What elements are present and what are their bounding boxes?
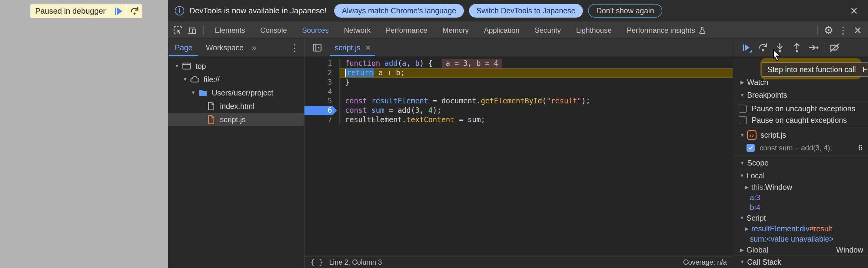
section-breakpoints[interactable]: ▼ Breakpoints [733,89,868,101]
scope-var-a[interactable]: a: 3 [733,192,868,203]
code-token: textContent [406,116,455,124]
debugger-sidebar: Step into next function call - F11 - ⌘ ;… [733,39,868,268]
paused-banner-label: Paused in debugger [31,6,111,16]
disclosure-triangle-icon[interactable]: ▼ [181,77,190,82]
navigator-menu-icon[interactable]: ⋮ [290,42,299,53]
divider [817,26,818,35]
scope-var-b[interactable]: b: 4 [733,203,868,212]
tab-close-icon[interactable]: × [365,42,371,53]
line-number-gutter[interactable]: 7 [305,115,340,125]
dont-show-again-button[interactable]: Don't show again [588,4,662,18]
tab-network[interactable]: Network [336,22,378,38]
toggle-device-toolbar-button[interactable] [185,24,200,37]
code-line-4[interactable]: 4 [305,87,733,96]
paused-in-debugger-banner: Paused in debugger [30,4,143,18]
more-tabs-chevron-icon[interactable]: » [251,42,257,53]
code-token: add [384,59,398,68]
deactivate-breakpoints-button[interactable] [826,41,843,55]
editor-tabbar: script.js × [305,39,733,56]
chevron-right-icon: ▶ [737,80,747,85]
disclosure-triangle-icon[interactable]: ▼ [189,90,198,95]
scope-var-this[interactable]: ▶ this: Window [733,182,868,192]
breakpoint-file-group[interactable]: ▼ ‹› script.js [733,129,868,142]
code-line-7[interactable]: 7resultElement.textContent = sum; [305,115,733,125]
devtools-close-icon[interactable]: × [850,24,865,37]
tab-workspace[interactable]: Workspace [199,39,250,56]
step-over-button[interactable] [127,4,142,18]
line-number-gutter[interactable]: 1 [305,59,340,68]
global-label: Global [746,245,768,255]
chevron-down-icon: ▼ [737,173,746,179]
tab-console[interactable]: Console [253,22,294,38]
tab-application[interactable]: Application [476,22,527,38]
devtools-tabbar: ElementsConsoleSourcesNetworkPerformance… [168,22,868,39]
tree-item-script-js[interactable]: script.js [168,113,304,126]
code-line-6[interactable]: 6const sum = add(3, 4); [305,106,733,115]
tab-elements[interactable]: Elements [207,22,253,38]
disclosure-triangle-icon[interactable]: ▼ [173,63,182,69]
checkbox-unchecked[interactable] [739,116,747,124]
scope-local-group[interactable]: ▼ Local [733,170,868,182]
scope-global-group[interactable]: ▶ Global Window [733,244,868,256]
switch-to-japanese-button[interactable]: Switch DevTools to Japanese [469,4,583,18]
breakpoint-line-marker[interactable]: 6 [305,106,340,115]
tab-performance-insights[interactable]: Performance insights [619,22,714,38]
tab-label: Lighthouse [576,26,611,35]
settings-gear-icon[interactable]: ⚙ [822,24,836,37]
collapse-panel-button[interactable] [310,41,324,54]
line-number-gutter[interactable]: 5 [305,96,340,106]
code-token: a + b; [374,68,405,77]
code-token: = document. [428,97,481,105]
line-number-gutter[interactable]: 3 [305,78,340,87]
code-line-5[interactable]: 5const resultElement = document.getEleme… [305,96,733,106]
tab-lighthouse[interactable]: Lighthouse [568,22,619,38]
step-over-button[interactable] [754,41,771,55]
chevron-right-icon: ▶ [742,226,751,232]
line-number: 5 [328,97,332,105]
pause-uncaught-exceptions-row[interactable]: Pause on uncaught exceptions [733,103,868,115]
inspect-element-button[interactable] [170,24,185,37]
section-scope[interactable]: ▼ Scope [733,156,868,170]
step-button[interactable] [805,41,822,55]
step-into-button[interactable] [771,41,788,55]
line-number-gutter[interactable]: 2 [305,68,340,78]
infobar-close-icon[interactable]: × [846,4,861,17]
line-number-gutter[interactable]: 4 [305,87,340,96]
more-options-menu-icon[interactable]: ⋮ [836,24,850,37]
code-line-1[interactable]: 1function add(a, b) {a = 3, b = 4 [305,59,733,68]
pause-caught-exceptions-row[interactable]: Pause on caught exceptions [733,115,868,126]
line-number: 6 [328,106,332,115]
tab-security[interactable]: Security [527,22,569,38]
pretty-print-icon[interactable]: { } [311,258,323,266]
tree-item-file-[interactable]: ▼file:// [168,73,304,86]
step-into-tooltip: Step into next function call - F11 - ⌘ ; [762,62,868,77]
resume-script-button[interactable] [111,4,126,18]
checkbox-checked[interactable] [746,144,755,152]
device-toolbar-icon [188,26,197,35]
tab-sources[interactable]: Sources [294,22,336,38]
scope-script-group[interactable]: ▼ Script [733,212,868,224]
line-number: 2 [328,68,332,77]
code-token: ( [542,97,546,105]
tree-item-top[interactable]: ▼top [168,59,304,73]
code-line-3[interactable]: 3} [305,78,733,87]
scope-var-resultelement[interactable]: ▶ resultElement: div#result [733,224,868,234]
code-editor[interactable]: 1function add(a, b) {a = 3, b = 42return… [305,56,733,256]
tab-performance[interactable]: Performance [378,22,435,38]
tree-item-index-html[interactable]: index.html [168,99,304,113]
code-line-2[interactable]: 2return a + b; [305,68,733,78]
section-call-stack[interactable]: ▼ Call Stack [733,256,868,268]
tab-memory[interactable]: Memory [435,22,476,38]
step-out-button[interactable] [788,41,805,55]
resume-button[interactable] [737,41,754,55]
checkbox-unchecked[interactable] [739,105,747,113]
chevron-down-icon: ▼ [737,259,747,265]
tree-item-users-user-project[interactable]: ▼Users/user/project [168,86,304,99]
tab-label: Performance [386,26,427,35]
editor-tab-scriptjs[interactable]: script.js × [333,39,372,56]
node-id: #result [809,224,832,233]
always-match-language-button[interactable]: Always match Chrome's language [334,4,464,18]
tab-page[interactable]: Page [168,39,199,56]
breakpoint-entry[interactable]: const sum = add(3, 4); 6 [733,142,868,154]
scope-var-sum[interactable]: sum: <value unavailable> [733,234,868,244]
